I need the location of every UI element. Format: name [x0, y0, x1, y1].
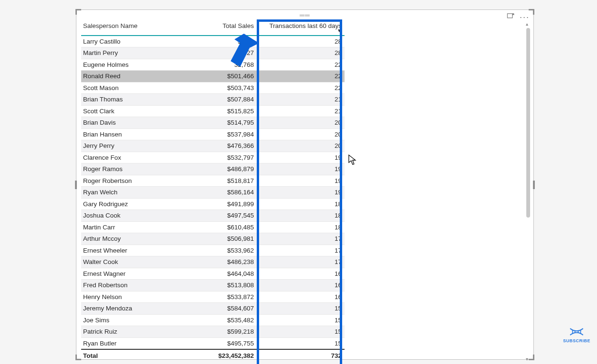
- cell-transactions[interactable]: 20: [257, 128, 345, 140]
- cell-sales[interactable]: $483,: [181, 36, 257, 47]
- cell-sales[interactable]: $507,884: [181, 94, 257, 106]
- cell-sales[interactable]: $486,238: [181, 256, 257, 268]
- cell-name[interactable]: Eugene Holmes: [81, 59, 181, 71]
- cell-name[interactable]: Martin Perry: [81, 47, 181, 59]
- cell-transactions[interactable]: 22: [257, 71, 345, 82]
- cell-sales[interactable]: $586,164: [181, 187, 257, 199]
- table-row[interactable]: Joe Sims$535,48215: [81, 314, 345, 326]
- cell-name[interactable]: Gary Rodriguez: [81, 198, 181, 210]
- cell-transactions[interactable]: 15: [257, 303, 345, 315]
- column-header-sales[interactable]: Total Sales: [181, 20, 257, 36]
- table-row[interactable]: Larry Castillo$483, 28: [81, 36, 345, 47]
- table-row[interactable]: Ryan Butler$495,75515: [81, 337, 345, 349]
- table-row[interactable]: Roger Robertson$518,81719: [81, 175, 345, 187]
- cell-sales[interactable]: $515,825: [181, 105, 257, 117]
- cell-name[interactable]: Ronald Reed: [81, 71, 181, 82]
- cell-name[interactable]: Ernest Wagner: [81, 268, 181, 280]
- cell-transactions[interactable]: 15: [257, 326, 345, 338]
- cell-name[interactable]: Joshua Cook: [81, 210, 181, 222]
- table-row[interactable]: Arthur Mccoy$506,98117: [81, 233, 345, 245]
- resize-handle-right[interactable]: [533, 181, 535, 189]
- table-row[interactable]: Henry Nelson$533,87216: [81, 291, 345, 303]
- cell-sales[interactable]: $486,879: [181, 164, 257, 175]
- cell-name[interactable]: Ryan Welch: [81, 187, 181, 199]
- cell-sales[interactable]: $464,048: [181, 268, 257, 280]
- drag-grip-icon[interactable]: ══: [300, 11, 310, 19]
- cell-name[interactable]: Walter Cook: [81, 256, 181, 268]
- cell-sales[interactable]: $533,872: [181, 291, 257, 303]
- cell-transactions[interactable]: 15: [257, 314, 345, 326]
- table-row[interactable]: Brian Hansen$537,98420: [81, 128, 345, 140]
- cell-transactions[interactable]: 17: [257, 233, 345, 245]
- table-row[interactable]: Brian Davis$514,79520: [81, 117, 345, 129]
- table-row[interactable]: Clarence Fox$532,79719: [81, 152, 345, 164]
- table-row[interactable]: Jeremy Mendoza$584,60715: [81, 303, 345, 315]
- cell-sales[interactable]: $535,482: [181, 314, 257, 326]
- table-row[interactable]: Martin Carr$610,48518: [81, 221, 345, 233]
- cell-sales[interactable]: $513,808: [181, 280, 257, 291]
- cell-transactions[interactable]: 16: [257, 280, 345, 291]
- cell-sales[interactable]: $506,981: [181, 233, 257, 245]
- cell-sales[interactable]: $514,795: [181, 117, 257, 129]
- table-row[interactable]: Eugene Holmes32,76822: [81, 59, 345, 71]
- table-row[interactable]: Brian Thomas$507,88421: [81, 94, 345, 106]
- cell-name[interactable]: Roger Ramos: [81, 164, 181, 175]
- cell-name[interactable]: Brian Davis: [81, 117, 181, 129]
- cell-transactions[interactable]: 19: [257, 187, 345, 199]
- resize-handle-tl[interactable]: [75, 9, 81, 15]
- cell-sales[interactable]: $532,797: [181, 152, 257, 164]
- cell-name[interactable]: Arthur Mccoy: [81, 233, 181, 245]
- cell-transactions[interactable]: 16: [257, 291, 345, 303]
- cell-transactions[interactable]: 19: [257, 152, 345, 164]
- cell-transactions[interactable]: 18: [257, 210, 345, 222]
- table-row[interactable]: Ronald Reed$501,46622: [81, 71, 345, 82]
- cell-name[interactable]: Jeremy Mendoza: [81, 303, 181, 315]
- cell-name[interactable]: Fred Robertson: [81, 280, 181, 291]
- cell-name[interactable]: Ryan Butler: [81, 337, 181, 349]
- cell-transactions[interactable]: 17: [257, 256, 345, 268]
- cell-name[interactable]: Ernest Wheeler: [81, 245, 181, 256]
- table-row[interactable]: Fred Robertson$513,80816: [81, 280, 345, 291]
- cell-transactions[interactable]: 18: [257, 221, 345, 233]
- table-row[interactable]: Patrick Ruiz$599,21815: [81, 326, 345, 338]
- table-row[interactable]: Martin Perry$ 2728: [81, 47, 345, 59]
- subscribe-badge[interactable]: SUBSCRIBE: [563, 326, 590, 343]
- cell-sales[interactable]: $503,743: [181, 82, 257, 94]
- cell-name[interactable]: Patrick Ruiz: [81, 326, 181, 338]
- column-header-name[interactable]: Salesperson Name: [81, 20, 181, 36]
- cell-name[interactable]: Scott Mason: [81, 82, 181, 94]
- cell-sales[interactable]: $599,218: [181, 326, 257, 338]
- cell-transactions[interactable]: 28: [257, 47, 345, 59]
- cell-transactions[interactable]: 20: [257, 117, 345, 129]
- cell-transactions[interactable]: 22: [257, 82, 345, 94]
- table-row[interactable]: Ryan Welch$586,16419: [81, 187, 345, 199]
- cell-transactions[interactable]: 21: [257, 94, 345, 106]
- cell-sales[interactable]: $533,962: [181, 245, 257, 256]
- cell-transactions[interactable]: 20: [257, 140, 345, 152]
- cell-name[interactable]: Brian Hansen: [81, 128, 181, 140]
- cell-sales[interactable]: $476,366: [181, 140, 257, 152]
- table-visual-frame[interactable]: ══ ··· Salesperson Name Total Sales Tran…: [76, 9, 534, 360]
- cell-sales[interactable]: $ 27: [181, 47, 257, 59]
- scrollbar-thumb[interactable]: [526, 28, 530, 218]
- cell-sales[interactable]: $495,755: [181, 337, 257, 349]
- table-row[interactable]: Joshua Cook$497,54518: [81, 210, 345, 222]
- column-header-transactions[interactable]: Transactions last 60 days ▼: [257, 20, 345, 36]
- cell-name[interactable]: Martin Carr: [81, 221, 181, 233]
- resize-handle-left[interactable]: [75, 181, 77, 189]
- cell-name[interactable]: Clarence Fox: [81, 152, 181, 164]
- table-row[interactable]: Ernest Wheeler$533,96217: [81, 245, 345, 256]
- cell-name[interactable]: Jerry Perry: [81, 140, 181, 152]
- cell-sales[interactable]: 32,768: [181, 59, 257, 71]
- cell-transactions[interactable]: 19: [257, 175, 345, 187]
- table-row[interactable]: Walter Cook$486,23817: [81, 256, 345, 268]
- cell-transactions[interactable]: 18: [257, 198, 345, 210]
- resize-handle-bl[interactable]: [75, 355, 81, 360]
- cell-transactions[interactable]: 17: [257, 245, 345, 256]
- scroll-down-icon[interactable]: ▾: [526, 356, 531, 361]
- more-options-icon[interactable]: ···: [520, 14, 530, 20]
- cell-sales[interactable]: $584,607: [181, 303, 257, 315]
- cell-transactions[interactable]: 22: [257, 59, 345, 71]
- cell-sales[interactable]: $610,485: [181, 221, 257, 233]
- vertical-scrollbar[interactable]: ▴ ▾: [525, 28, 532, 355]
